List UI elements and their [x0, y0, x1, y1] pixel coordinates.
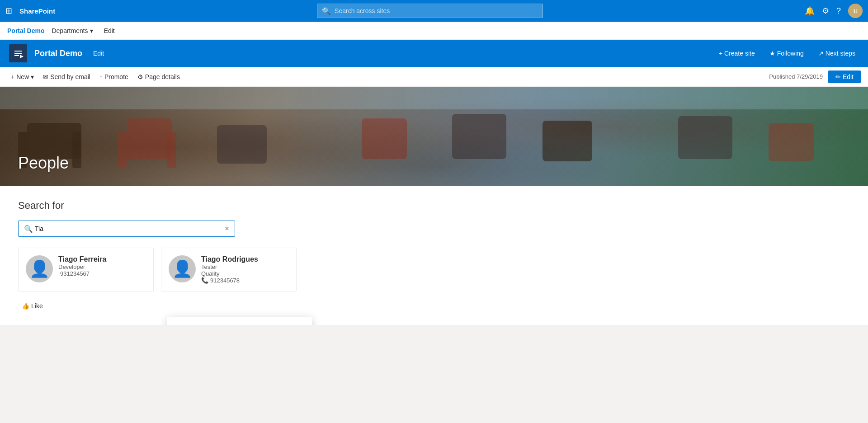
- chevron-down-icon: ▾: [90, 27, 93, 34]
- like-icon: 👍: [22, 302, 29, 310]
- site-header: Portal Demo Edit + Create site ★ Followi…: [0, 40, 868, 67]
- person-phone-1: 📞 912345678: [201, 277, 258, 284]
- search-container: 🔍: [61, 4, 799, 18]
- help-icon[interactable]: ?: [836, 6, 841, 16]
- departments-menu[interactable]: Departments ▾: [48, 25, 96, 36]
- notifications-icon[interactable]: 🔔: [805, 6, 815, 16]
- promote-icon: ↑: [99, 73, 103, 80]
- site-breadcrumb-link[interactable]: Portal Demo: [7, 27, 44, 34]
- svg-rect-9: [118, 132, 127, 168]
- people-search-input[interactable]: [35, 225, 225, 232]
- suite-edit-button[interactable]: Edit: [100, 25, 118, 36]
- person-title-0: Developer: [58, 263, 106, 270]
- person-title-1: Tester: [201, 263, 258, 270]
- svg-rect-10: [167, 132, 176, 168]
- edit-icon: ✏: [835, 73, 841, 80]
- promote-button[interactable]: ↑ Promote: [96, 70, 132, 83]
- page-toolbar: + New ▾ ✉ Send by email ↑ Promote ⚙ Page…: [0, 67, 868, 87]
- page-details-button[interactable]: ⚙ Page details: [134, 70, 184, 83]
- person-icon-1: 👤: [172, 259, 193, 278]
- user-avatar[interactable]: U: [848, 4, 863, 18]
- svg-rect-13: [452, 114, 506, 159]
- person-info-1: Tiago Rodrigues Tester Quality 📞 9123456…: [201, 255, 258, 284]
- like-button[interactable]: 👍 Like: [18, 301, 47, 311]
- app-logo: SharePoint: [19, 7, 55, 15]
- details-icon: ⚙: [137, 73, 143, 80]
- send-email-button[interactable]: ✉ Send by email: [39, 70, 94, 83]
- site-edit-button[interactable]: Edit: [90, 48, 108, 59]
- svg-rect-8: [127, 118, 172, 159]
- svg-text:U: U: [853, 8, 858, 14]
- person-icon-0: 👤: [29, 259, 50, 278]
- edit-page-button[interactable]: ✏ Edit: [828, 70, 861, 83]
- top-navigation: ⊞ SharePoint 🔍 🔔 ⚙ ? U: [0, 0, 868, 22]
- create-site-button[interactable]: + Create site: [715, 48, 759, 59]
- svg-rect-12: [362, 118, 407, 159]
- new-button[interactable]: + New ▾: [7, 70, 38, 83]
- svg-rect-17: [0, 87, 868, 109]
- profile-card-header: TF Tiago Feliciano Developer Colaboratio…: [167, 317, 312, 325]
- phone-icon-1: 📞: [201, 277, 208, 284]
- site-header-actions: + Create site ★ Following ↗ Next steps: [715, 48, 859, 59]
- nav-icons: 🔔 ⚙ ? U: [805, 4, 863, 18]
- person-avatar-0: 👤: [26, 255, 53, 282]
- site-name: Portal Demo: [34, 49, 82, 58]
- hero-overlay: People: [0, 145, 87, 186]
- suite-bar: Portal Demo Departments ▾ Edit: [0, 22, 868, 40]
- following-button[interactable]: ★ Following: [766, 48, 807, 59]
- hero-image: People: [0, 87, 868, 186]
- svg-rect-15: [678, 116, 732, 159]
- new-chevron-icon: ▾: [31, 73, 34, 80]
- search-input[interactable]: [335, 7, 538, 14]
- person-card-1[interactable]: 👤 Tiago Rodrigues Tester Quality 📞 91234…: [161, 248, 297, 291]
- profile-card-popup: TF Tiago Feliciano Developer Colaboratio…: [167, 317, 312, 325]
- search-icon: 🔍: [322, 7, 331, 15]
- like-area: 👍 Like: [18, 301, 850, 311]
- star-icon: ★: [769, 50, 775, 57]
- plus-icon: +: [11, 73, 14, 80]
- main-content: Search for 🔍 ✕ 👤 Tiago Ferreira Develope…: [0, 186, 868, 325]
- search-clear-button[interactable]: ✕: [225, 226, 229, 232]
- search-people-icon: 🔍: [24, 225, 33, 233]
- departments-label: Departments: [52, 27, 88, 34]
- person-phone-0: 931234567: [58, 270, 106, 277]
- hero-title: People: [18, 154, 69, 172]
- settings-icon[interactable]: ⚙: [822, 6, 829, 16]
- svg-rect-11: [217, 125, 267, 164]
- global-search-bar[interactable]: 🔍: [317, 4, 543, 18]
- person-name-1: Tiago Rodrigues: [201, 255, 258, 263]
- svg-rect-14: [542, 121, 592, 161]
- published-info: Published 7/29/2019: [769, 73, 823, 80]
- person-info-0: Tiago Ferreira Developer 931234567: [58, 255, 106, 277]
- person-name-0: Tiago Ferreira: [58, 255, 106, 263]
- person-card-0[interactable]: 👤 Tiago Ferreira Developer 931234567: [18, 248, 154, 291]
- next-steps-icon: ↗: [818, 50, 824, 57]
- waffle-icon[interactable]: ⊞: [5, 6, 12, 16]
- email-icon: ✉: [43, 73, 48, 80]
- search-section-label: Search for: [18, 200, 850, 212]
- svg-rect-16: [769, 123, 814, 161]
- person-avatar-1: 👤: [169, 255, 196, 282]
- people-search-field[interactable]: 🔍 ✕: [18, 221, 235, 237]
- people-cards-container: 👤 Tiago Ferreira Developer 931234567 👤 T…: [18, 248, 850, 291]
- site-logo: [9, 44, 27, 62]
- person-dept-1: Quality: [201, 270, 258, 277]
- next-steps-button[interactable]: ↗ Next steps: [815, 48, 859, 59]
